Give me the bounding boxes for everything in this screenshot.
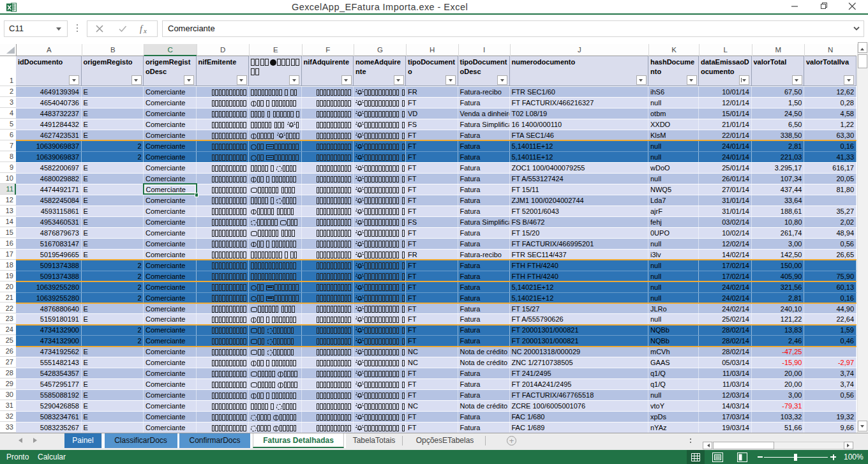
svg-text:x: x [143,27,147,34]
